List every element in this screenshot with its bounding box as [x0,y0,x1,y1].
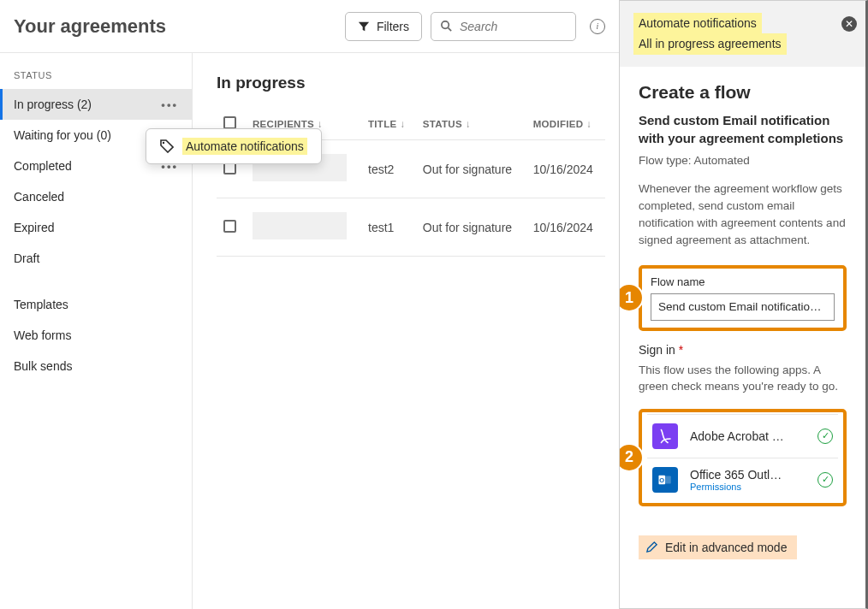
required-asterisk: * [679,343,683,357]
content-title: In progress [217,74,605,92]
edit-advanced-button[interactable]: Edit in advanced mode [639,535,797,559]
panel-hl-line2: All in progress agreements [633,33,787,54]
permissions-link[interactable]: Permissions [690,482,806,492]
flow-type: Flow type: Automated [639,154,847,167]
sidebar-item-draft[interactable]: Draft [0,243,192,274]
apps-section: 2 Adobe Acrobat … ✓ O Office 365 Outl… P… [639,409,847,506]
sidebar-item-label: Bulk sends [14,359,72,373]
svg-point-0 [442,21,449,28]
col-title[interactable]: TITLE↓ [361,111,416,140]
app-row-outlook[interactable]: O Office 365 Outl… Permissions ✓ [647,458,838,501]
app-row-acrobat[interactable]: Adobe Acrobat … ✓ [647,414,838,458]
cell-modified: 10/16/2024 [526,140,605,198]
cell-title: test2 [361,140,416,198]
table-row[interactable]: test1 Out for signature 10/16/2024 [217,198,605,257]
topbar: Your agreements Filters i [0,0,619,53]
close-panel-button[interactable]: ✕ [841,16,857,32]
status-ok-icon: ✓ [817,429,833,444]
sidebar-item-in-progress[interactable]: In progress (2) ••• [0,89,192,120]
cell-status: Out for signature [416,198,526,257]
cell-status: Out for signature [416,140,526,198]
svg-line-1 [449,28,452,32]
row-actions-popover: Automate notifications [146,128,322,164]
app-name: Adobe Acrobat … [690,429,784,443]
col-modified[interactable]: MODIFIED↓ [526,111,605,140]
sidebar-item-label: Expired [14,221,54,234]
sidebar-item-label: Completed [14,159,72,173]
funnel-icon [358,21,370,33]
status-ok-icon: ✓ [817,472,833,488]
svg-text:O: O [659,476,664,484]
recipient-redacted [253,212,347,239]
cell-modified: 10/16/2024 [526,198,605,257]
panel-title: Create a flow [639,82,847,103]
sort-icon: ↓ [400,119,405,129]
panel-description: Whenever the agreement workflow gets com… [639,180,847,250]
flow-name-label: Flow name [651,275,835,288]
signin-description: This flow uses the following apps. A gre… [639,362,847,395]
flow-name-input[interactable] [651,293,835,321]
info-icon[interactable]: i [590,19,605,34]
sidebar-item-bulksends[interactable]: Bulk sends [0,351,192,381]
automate-notifications-label: Automate notifications [182,138,307,155]
sort-icon: ↓ [466,119,471,129]
sort-icon: ↓ [318,119,323,129]
filters-button[interactable]: Filters [345,12,422,41]
select-all-checkbox[interactable] [223,116,236,129]
panel-subtitle: Send custom Email notification with your… [639,111,847,147]
app-name: Office 365 Outl… [690,468,784,482]
sidebar-heading: STATUS [0,70,192,89]
callout-badge-2: 2 [620,443,644,472]
search-input[interactable] [460,20,567,33]
search-input-wrap[interactable] [431,12,576,41]
sidebar-item-canceled[interactable]: Canceled [0,181,192,212]
search-icon [440,20,453,33]
sidebar-item-label: Templates [14,298,68,311]
panel-hl-line1: Automate notifications [633,13,762,33]
close-icon: ✕ [845,18,853,30]
filters-label: Filters [377,20,409,33]
sidebar-item-label: Web forms [14,328,71,342]
flow-name-section: 1 Flow name [639,265,847,331]
sidebar-item-label: In progress (2) [14,98,92,111]
svg-point-2 [163,142,164,144]
signin-label: Sign in * [639,343,847,357]
callout-badge-1: 1 [620,283,644,312]
panel-header: Automate notifications All in progress a… [620,1,865,67]
page-title: Your agreements [14,15,336,38]
sort-icon: ↓ [586,119,592,129]
create-flow-panel: Automate notifications All in progress a… [619,0,868,609]
col-status[interactable]: STATUS↓ [416,111,526,140]
automate-notifications-action[interactable]: Automate notifications [152,133,316,160]
sidebar-item-templates[interactable]: Templates [0,289,192,320]
sidebar-item-expired[interactable]: Expired [0,212,192,243]
pencil-icon [645,541,658,553]
sidebar-item-label: Canceled [14,190,64,204]
row-checkbox[interactable] [223,220,236,233]
cell-title: test1 [361,198,416,257]
more-icon[interactable]: ••• [161,98,178,111]
edit-advanced-label: Edit in advanced mode [665,541,787,554]
sidebar-item-label: Draft [14,251,39,265]
sidebar-item-webforms[interactable]: Web forms [0,320,192,351]
outlook-icon: O [652,467,678,493]
sidebar-item-label: Waiting for you (0) [14,128,111,142]
tag-icon [160,139,174,153]
acrobat-icon [652,423,678,449]
